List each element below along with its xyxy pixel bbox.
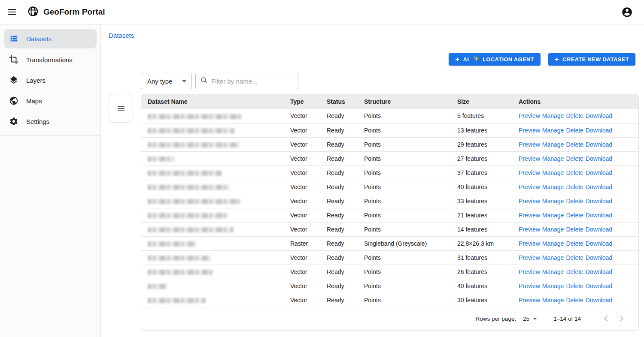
table-menu-toggle[interactable] (109, 94, 133, 123)
row-actions: PreviewManageDeleteDownload (519, 151, 638, 165)
dataset-name-cell (141, 250, 290, 265)
download-link[interactable]: Download (586, 283, 612, 289)
preview-link[interactable]: Preview (519, 297, 540, 304)
download-link[interactable]: Download (586, 226, 612, 233)
manage-link[interactable]: Manage (542, 184, 564, 190)
preview-link[interactable]: Preview (519, 268, 540, 275)
name-filter-input[interactable] (211, 78, 297, 85)
page-actions: + AI LOCATION AGENT + CREATE NEW DATASET (101, 53, 635, 66)
table-row: Vector Ready Points 27 features PreviewM… (141, 151, 638, 165)
download-link[interactable]: Download (586, 169, 612, 176)
download-link[interactable]: Download (586, 240, 612, 247)
manage-link[interactable]: Manage (542, 112, 564, 119)
download-link[interactable]: Download (586, 127, 612, 134)
type-cell: Vector (290, 208, 327, 222)
pagination-bar: Rows per page: 25 1–14 of 14 (141, 307, 638, 330)
manage-link[interactable]: Manage (542, 283, 564, 289)
delete-link[interactable]: Delete (566, 268, 583, 275)
preview-link[interactable]: Preview (519, 169, 540, 176)
col-header-dataset-name: Dataset Name (141, 94, 290, 109)
account-circle-icon[interactable] (618, 3, 635, 21)
chevron-right-icon[interactable] (614, 311, 629, 326)
download-link[interactable]: Download (586, 212, 612, 219)
delete-link[interactable]: Delete (566, 212, 583, 219)
preview-link[interactable]: Preview (519, 198, 540, 205)
manage-link[interactable]: Manage (542, 198, 564, 205)
preview-link[interactable]: Preview (519, 127, 540, 134)
type-filter-select[interactable]: Any type (141, 73, 192, 89)
download-link[interactable]: Download (586, 297, 612, 304)
preview-link[interactable]: Preview (519, 212, 540, 219)
status-cell: Ready (327, 265, 364, 279)
rows-per-page-select[interactable]: 25 (523, 316, 537, 322)
delete-link[interactable]: Delete (566, 155, 583, 162)
download-link[interactable]: Download (586, 112, 612, 119)
row-actions: PreviewManageDeleteDownload (519, 109, 638, 123)
delete-link[interactable]: Delete (566, 226, 583, 233)
row-actions: PreviewManageDeleteDownload (519, 250, 638, 265)
preview-link[interactable]: Preview (519, 226, 540, 233)
manage-link[interactable]: Manage (542, 169, 564, 176)
type-cell: Raster (290, 236, 327, 250)
delete-link[interactable]: Delete (566, 141, 583, 148)
preview-link[interactable]: Preview (519, 141, 540, 148)
preview-link[interactable]: Preview (519, 240, 540, 247)
structure-cell: Points (364, 151, 457, 165)
name-filter-box (195, 73, 298, 89)
breadcrumb[interactable]: Datasets (109, 32, 134, 39)
delete-link[interactable]: Delete (566, 240, 583, 247)
manage-link[interactable]: Manage (542, 254, 564, 261)
sidebar-item-datasets[interactable]: Datasets (4, 29, 97, 48)
dataset-name-cell (141, 279, 290, 293)
search-icon (200, 76, 208, 86)
sidebar-item-layers[interactable]: Layers (0, 70, 100, 90)
menu-icon[interactable] (3, 3, 21, 21)
preview-link[interactable]: Preview (519, 283, 540, 289)
preview-link[interactable]: Preview (519, 112, 540, 119)
preview-link[interactable]: Preview (519, 155, 540, 162)
manage-link[interactable]: Manage (542, 240, 564, 247)
chevron-left-icon[interactable] (598, 311, 614, 326)
sparkle-icon (472, 55, 479, 63)
structure-cell: Points (364, 250, 457, 265)
delete-link[interactable]: Delete (566, 283, 583, 289)
delete-link[interactable]: Delete (566, 127, 583, 134)
preview-link[interactable]: Preview (519, 254, 540, 261)
table-row: Vector Ready Points 13 features PreviewM… (141, 123, 638, 137)
sidebar-item-transformations[interactable]: Transformations (0, 49, 100, 70)
sidebar-item-settings[interactable]: Settings (0, 111, 100, 132)
manage-link[interactable]: Manage (542, 268, 564, 275)
delete-link[interactable]: Delete (566, 254, 583, 261)
manage-link[interactable]: Manage (542, 297, 564, 304)
download-link[interactable]: Download (586, 155, 612, 162)
manage-link[interactable]: Manage (542, 141, 564, 148)
ai-location-agent-button[interactable]: + AI LOCATION AGENT (449, 53, 541, 66)
delete-link[interactable]: Delete (566, 169, 583, 176)
download-link[interactable]: Download (586, 184, 612, 190)
row-actions: PreviewManageDeleteDownload (519, 123, 638, 137)
type-cell: Vector (290, 293, 327, 307)
download-link[interactable]: Download (586, 268, 612, 275)
manage-link[interactable]: Manage (542, 155, 564, 162)
size-cell: 33 features (457, 194, 519, 208)
delete-link[interactable]: Delete (566, 297, 583, 304)
manage-link[interactable]: Manage (542, 127, 564, 134)
dataset-name-cell (141, 137, 290, 151)
download-link[interactable]: Download (586, 141, 612, 148)
manage-link[interactable]: Manage (542, 226, 564, 233)
download-link[interactable]: Download (586, 198, 612, 205)
sidebar-item-maps[interactable]: Maps (0, 90, 100, 111)
structure-cell: Points (364, 265, 457, 279)
create-new-dataset-button[interactable]: + CREATE NEW DATASET (548, 53, 635, 66)
delete-link[interactable]: Delete (566, 184, 583, 190)
size-cell: 40 features (457, 180, 519, 194)
manage-link[interactable]: Manage (542, 212, 564, 219)
col-header-type: Type (290, 94, 327, 109)
dataset-name-redacted (148, 241, 196, 247)
plus-icon: + (555, 56, 559, 63)
type-cell: Vector (290, 250, 327, 265)
preview-link[interactable]: Preview (519, 184, 540, 190)
delete-link[interactable]: Delete (566, 112, 583, 119)
delete-link[interactable]: Delete (566, 198, 583, 205)
download-link[interactable]: Download (586, 254, 612, 261)
